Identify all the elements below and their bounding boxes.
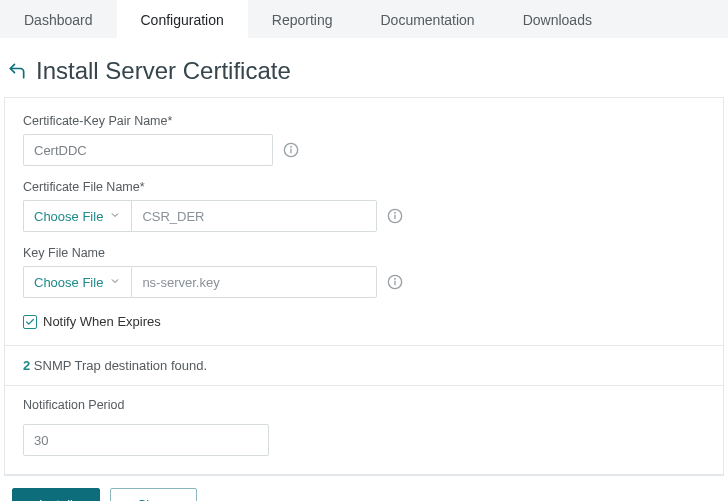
notif-period-input[interactable] <box>23 424 269 456</box>
key-file-name[interactable]: ns-server.key <box>131 266 377 298</box>
cert-pair-input[interactable] <box>23 134 273 166</box>
snmp-suffix: SNMP Trap destination found. <box>30 358 207 373</box>
tab-downloads[interactable]: Downloads <box>499 0 616 38</box>
install-button[interactable]: Install <box>12 488 100 501</box>
choose-key-file-button[interactable]: Choose File <box>23 266 131 298</box>
snmp-status: 2 SNMP Trap destination found. <box>5 346 723 385</box>
cert-file-name[interactable]: CSR_DER <box>131 200 377 232</box>
page-title: Install Server Certificate <box>36 57 291 85</box>
info-icon[interactable] <box>387 274 403 290</box>
choose-cert-file-button[interactable]: Choose File <box>23 200 131 232</box>
notif-period-label: Notification Period <box>23 398 705 412</box>
choose-file-label: Choose File <box>34 275 103 290</box>
info-icon[interactable] <box>283 142 299 158</box>
chevron-down-icon <box>109 209 121 224</box>
chevron-down-icon <box>109 275 121 290</box>
form-panel: Certificate-Key Pair Name* Certificate F… <box>4 97 724 475</box>
choose-file-label: Choose File <box>34 209 103 224</box>
tabbar: Dashboard Configuration Reporting Docume… <box>0 0 728 39</box>
tab-reporting[interactable]: Reporting <box>248 0 357 38</box>
footer: Install Close <box>4 475 724 501</box>
page-header: Install Server Certificate <box>0 39 728 97</box>
close-button[interactable]: Close <box>110 488 197 501</box>
cert-file-label: Certificate File Name* <box>23 180 705 194</box>
cert-pair-label: Certificate-Key Pair Name* <box>23 114 705 128</box>
notify-checkbox[interactable] <box>23 315 37 329</box>
back-arrow-icon[interactable] <box>6 61 28 81</box>
tab-configuration[interactable]: Configuration <box>117 0 248 38</box>
info-icon[interactable] <box>387 208 403 224</box>
svg-point-2 <box>291 146 292 147</box>
svg-point-5 <box>395 212 396 213</box>
tab-documentation[interactable]: Documentation <box>356 0 498 38</box>
svg-point-8 <box>395 278 396 279</box>
key-file-label: Key File Name <box>23 246 705 260</box>
tab-dashboard[interactable]: Dashboard <box>0 0 117 38</box>
notify-label: Notify When Expires <box>43 314 161 329</box>
